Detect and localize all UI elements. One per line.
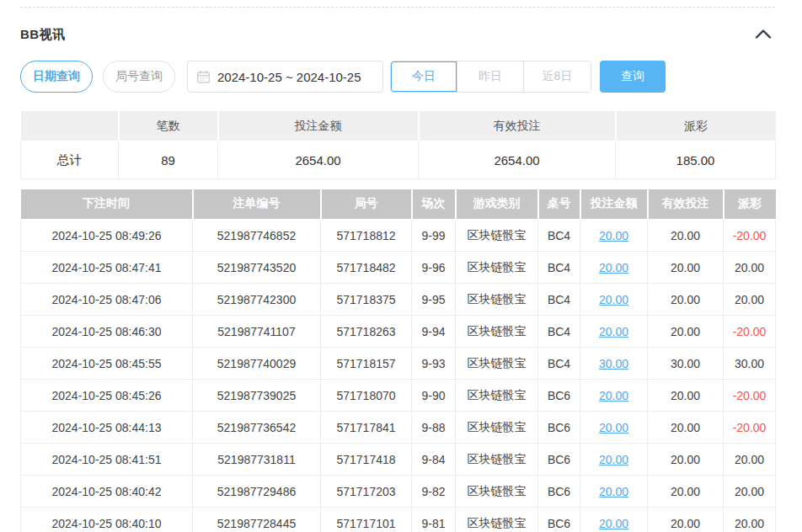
session-cell: 9-96	[412, 252, 456, 284]
session-cell: 9-82	[412, 476, 456, 508]
round-no-cell: 571717101	[321, 508, 412, 532]
valid-bet-cell: 30.00	[648, 348, 724, 380]
payout-cell: 20.00	[724, 444, 776, 476]
bet-time-cell: 2024-10-25 08:47:41	[21, 252, 193, 284]
payout-cell: 20.00	[724, 508, 776, 532]
bet-amount-link[interactable]: 20.00	[599, 229, 628, 242]
col-header-payout: 派彩	[724, 189, 776, 220]
chevron-up-icon	[755, 29, 772, 41]
bet-amount-cell: 20.00	[580, 412, 648, 444]
bet-amount-link[interactable]: 20.00	[599, 485, 628, 498]
valid-bet-cell: 20.00	[648, 252, 724, 284]
summary-total-count: 89	[119, 141, 218, 178]
round-no-cell: 571717418	[321, 444, 412, 476]
round-no-cell: 571718812	[321, 220, 412, 252]
round-query-tab[interactable]: 局号查询	[103, 61, 175, 93]
table-no-cell: BC6	[538, 444, 580, 476]
bet-amount-link[interactable]: 20.00	[599, 517, 628, 530]
bet-amount-link[interactable]: 20.00	[599, 453, 628, 466]
round-no-cell: 571717203	[321, 476, 412, 508]
payout-cell: 30.00	[724, 348, 776, 380]
bet-amount-cell: 20.00	[580, 444, 648, 476]
table-no-cell: BC4	[538, 348, 580, 380]
session-cell: 9-94	[412, 316, 456, 348]
table-row: 2024-10-25 08:47:06521987742300571718375…	[21, 284, 776, 316]
game-type-cell: 区块链骰宝	[456, 220, 538, 252]
bet-amount-cell: 20.00	[580, 252, 648, 284]
bet-time-cell: 2024-10-25 08:46:30	[21, 316, 193, 348]
round-no-cell: 571717841	[321, 412, 412, 444]
bet-time-cell: 2024-10-25 08:40:42	[21, 476, 193, 508]
summary-total-valid-bet: 2654.00	[419, 141, 616, 178]
payout-cell: 20.00	[724, 252, 776, 284]
table-row: 2024-10-25 08:45:26521987739025571718070…	[21, 380, 776, 412]
summary-header-empty	[21, 111, 119, 141]
round-no-cell: 571718482	[321, 252, 412, 284]
quick-range-yesterday[interactable]: 昨日	[457, 61, 524, 92]
summary-header-row: 笔数 投注金额 有效投注 派彩	[21, 111, 776, 141]
bet-time-cell: 2024-10-25 08:41:51	[21, 444, 193, 476]
summary-header-valid-bet: 有效投注	[419, 111, 616, 141]
order-no-cell: 521987731811	[193, 444, 321, 476]
bet-amount-link[interactable]: 20.00	[599, 421, 628, 434]
payout-cell: -20.00	[724, 220, 776, 252]
date-query-tab[interactable]: 日期查询	[20, 61, 93, 93]
bet-amount-cell: 20.00	[580, 508, 648, 532]
game-type-cell: 区块链骰宝	[456, 380, 538, 412]
col-header-table-no: 桌号	[538, 189, 580, 220]
records-table: 下注时间 注单编号 局号 场次 游戏类别 桌号 投注金额 有效投注 派彩 202…	[20, 189, 776, 532]
date-range-input[interactable]: 2024-10-25 ~ 2024-10-25	[187, 61, 383, 93]
col-header-bet-time: 下注时间	[21, 189, 193, 220]
table-no-cell: BC6	[538, 508, 580, 532]
query-button[interactable]: 查询	[600, 61, 666, 93]
filter-bar: 日期查询 局号查询 2024-10-25 ~ 2024-10-25 今日	[20, 61, 775, 93]
date-range-value: 2024-10-25 ~ 2024-10-25	[217, 70, 361, 84]
game-type-cell: 区块链骰宝	[456, 316, 538, 348]
bet-amount-link[interactable]: 20.00	[599, 293, 628, 306]
valid-bet-cell: 20.00	[648, 444, 724, 476]
col-header-order-no: 注单编号	[193, 189, 321, 220]
session-cell: 9-99	[412, 220, 456, 252]
bet-time-cell: 2024-10-25 08:47:06	[21, 284, 193, 316]
table-row: 2024-10-25 08:44:13521987736542571717841…	[21, 412, 776, 444]
bet-time-cell: 2024-10-25 08:45:26	[21, 380, 193, 412]
bet-amount-cell: 20.00	[580, 284, 648, 316]
order-no-cell: 521987739025	[193, 380, 321, 412]
order-no-cell: 521987741107	[193, 316, 321, 348]
session-cell: 9-88	[412, 412, 456, 444]
bet-time-cell: 2024-10-25 08:49:26	[21, 220, 193, 252]
collapse-button[interactable]	[753, 27, 773, 43]
records-body: 2024-10-25 08:49:26521987746852571718812…	[21, 220, 776, 532]
session-cell: 9-81	[412, 508, 456, 532]
order-no-cell: 521987746852	[193, 220, 321, 252]
summary-total-row: 总计 89 2654.00 2654.00 185.00	[21, 141, 776, 178]
table-row: 2024-10-25 08:46:30521987741107571718263…	[21, 316, 776, 348]
quick-range-last8days[interactable]: 近8日	[524, 61, 591, 92]
bet-time-cell: 2024-10-25 08:40:10	[21, 508, 193, 532]
payout-cell: 20.00	[724, 284, 776, 316]
bet-amount-cell: 20.00	[580, 476, 648, 508]
game-type-cell: 区块链骰宝	[456, 444, 538, 476]
round-no-cell: 571718070	[321, 380, 412, 412]
payout-cell: -20.00	[724, 412, 776, 444]
order-no-cell: 521987740029	[193, 348, 321, 380]
session-cell: 9-95	[412, 284, 456, 316]
bet-amount-link[interactable]: 20.00	[599, 261, 628, 274]
order-no-cell: 521987742300	[193, 284, 321, 316]
bet-amount-cell: 20.00	[580, 220, 648, 252]
order-no-cell: 521987743520	[193, 252, 321, 284]
bet-amount-link[interactable]: 20.00	[599, 389, 628, 402]
table-no-cell: BC4	[538, 284, 580, 316]
payout-cell: 20.00	[724, 476, 776, 508]
bet-amount-link[interactable]: 30.00	[599, 357, 628, 370]
round-no-cell: 571718263	[321, 316, 412, 348]
quick-range-today[interactable]: 今日	[391, 61, 457, 92]
table-row: 2024-10-25 08:47:41521987743520571718482…	[21, 252, 776, 284]
table-no-cell: BC4	[538, 220, 580, 252]
bet-amount-link[interactable]: 20.00	[599, 325, 628, 338]
table-no-cell: BC4	[538, 252, 580, 284]
calendar-icon	[196, 70, 211, 84]
valid-bet-cell: 20.00	[648, 220, 724, 252]
valid-bet-cell: 20.00	[648, 412, 724, 444]
game-type-cell: 区块链骰宝	[456, 348, 538, 380]
